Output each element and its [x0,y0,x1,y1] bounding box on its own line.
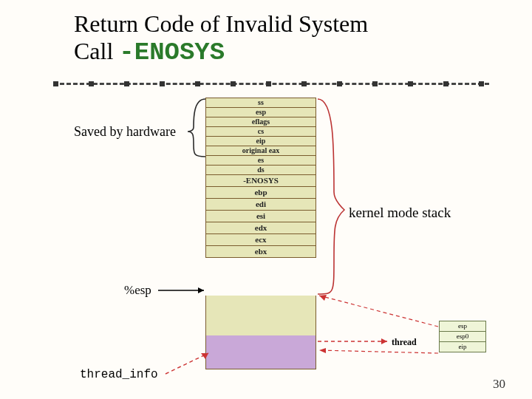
stack-cell: ds [206,166,316,175]
page-number: 30 [493,377,505,392]
saved-by-hardware-label: Saved by hardware [74,124,176,140]
brace-left [188,99,205,157]
stack-cell: original eax [206,146,316,156]
svg-marker-2 [381,338,387,344]
stack-cell: esp [206,108,316,117]
stack-cell: eip [206,137,316,146]
brace-right [318,99,344,294]
title-divider [53,83,489,85]
svg-marker-0 [198,287,204,293]
stack-table: ss esp eflags cs eip original eax es ds … [205,98,316,258]
stack-cell: es [206,156,316,166]
stack-cell: ebx [206,246,316,257]
stack-lower-region [205,296,316,369]
thread-info-label: thread_info [80,368,158,381]
stack-cell-enosys: -ENOSYS [206,175,316,187]
stack-cell: edx [206,222,316,234]
title-code: -ENOSYS [119,38,225,66]
title-line2a: Call [74,38,119,64]
title-line1: Return Code of Invalid System [74,10,368,37]
stack-cell: ecx [206,234,316,246]
stack-cell: esi [206,211,316,222]
svg-marker-4 [319,348,326,353]
arrow-esp-back [319,296,438,327]
stack-cell: ss [206,98,316,108]
slide-title: Return Code of Invalid System Call -ENOS… [74,10,368,67]
stack-cell: ebp [206,187,316,199]
arrow-threadinfo [166,353,208,374]
thread-label: thread [392,337,417,348]
svg-marker-3 [319,295,327,301]
stack-cell: edi [206,199,316,211]
kernel-stack-label: kernel mode stack [349,205,451,221]
thread-struct-row: eip [440,342,485,352]
esp-pointer-label: %esp [124,283,151,298]
stack-cell: eflags [206,117,316,127]
thread-struct-row: esp [440,321,485,332]
arrow-eip-back [319,350,438,353]
thread-struct-table: esp esp0 eip [439,321,486,352]
thread-struct-row: esp0 [440,332,485,342]
stack-cell: cs [206,127,316,137]
